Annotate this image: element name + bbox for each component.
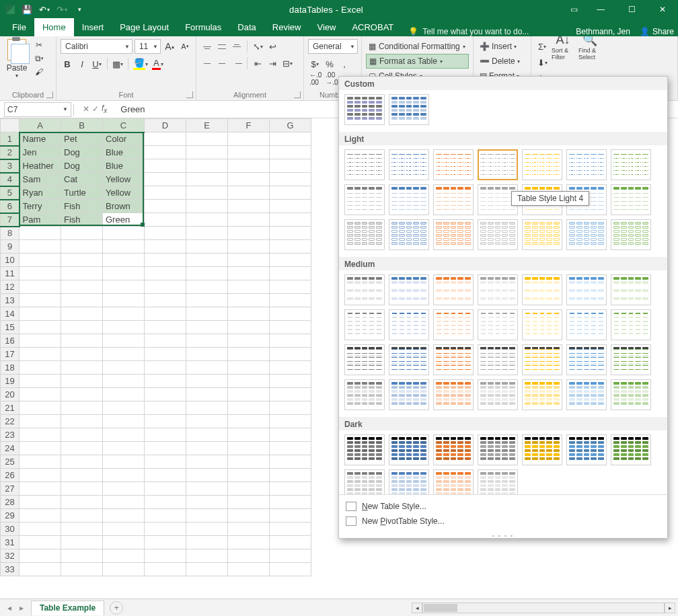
row-header-21[interactable]: 21: [1, 401, 20, 415]
col-header-F[interactable]: F: [228, 119, 270, 132]
cell-B2[interactable]: Dog: [61, 146, 103, 159]
format-as-table-button[interactable]: ▦Format as Table▾: [366, 54, 469, 69]
cell-A9[interactable]: [20, 240, 61, 254]
col-header-D[interactable]: D: [145, 119, 186, 132]
table-style-swatch[interactable]: [611, 379, 651, 410]
cell-G29[interactable]: [270, 509, 311, 523]
table-style-swatch[interactable]: [522, 434, 562, 465]
font-color-button[interactable]: A▾: [151, 56, 165, 71]
cell-A24[interactable]: [20, 442, 61, 455]
col-header-C[interactable]: C: [103, 119, 145, 132]
cell-F21[interactable]: [228, 401, 270, 415]
cell-D5[interactable]: [145, 186, 186, 200]
cell-F24[interactable]: [228, 442, 270, 455]
table-style-swatch[interactable]: [478, 274, 518, 305]
cell-C31[interactable]: [103, 536, 145, 549]
table-style-swatch[interactable]: [522, 149, 562, 180]
cell-F6[interactable]: [228, 200, 270, 213]
cut-button[interactable]: ✂: [32, 39, 46, 51]
conditional-formatting-button[interactable]: ▦Conditional Formatting▾: [366, 39, 469, 54]
table-style-swatch[interactable]: [344, 344, 385, 375]
redo-button[interactable]: ↷▾: [54, 2, 70, 17]
cell-B31[interactable]: [61, 536, 103, 549]
cell-C11[interactable]: [103, 267, 145, 280]
cell-D9[interactable]: [145, 240, 186, 254]
cell-E1[interactable]: [186, 132, 228, 146]
borders-button[interactable]: ▦▾: [111, 56, 124, 71]
row-header-11[interactable]: 11: [1, 267, 20, 280]
table-style-swatch[interactable]: [389, 434, 429, 465]
cell-B20[interactable]: [61, 388, 103, 401]
table-style-swatch[interactable]: [433, 469, 474, 494]
cell-F32[interactable]: [228, 549, 270, 563]
row-header-9[interactable]: 9: [1, 240, 20, 254]
cell-G18[interactable]: [270, 361, 311, 375]
table-style-swatch[interactable]: [566, 274, 607, 305]
cell-A26[interactable]: [20, 469, 61, 482]
cell-F28[interactable]: [228, 496, 270, 509]
col-header-A[interactable]: A: [20, 119, 61, 132]
enter-formula-button[interactable]: ✓: [92, 104, 99, 114]
row-header-32[interactable]: 32: [1, 549, 20, 563]
table-style-swatch[interactable]: [611, 149, 651, 180]
cell-B16[interactable]: [61, 334, 103, 348]
cell-D32[interactable]: [145, 549, 186, 563]
cell-A33[interactable]: [20, 563, 61, 576]
cell-C7[interactable]: Green: [103, 213, 145, 227]
table-style-swatch[interactable]: [478, 219, 518, 250]
fill-button[interactable]: ⬇▾: [535, 55, 549, 70]
cell-C5[interactable]: Yellow: [103, 186, 145, 200]
tab-home[interactable]: Home: [34, 18, 74, 36]
save-button[interactable]: 💾: [19, 2, 35, 17]
bold-button[interactable]: B: [61, 56, 74, 71]
cell-B33[interactable]: [61, 563, 103, 576]
cell-C28[interactable]: [103, 496, 145, 509]
cell-A32[interactable]: [20, 549, 61, 563]
table-style-swatch[interactable]: [433, 219, 474, 250]
cell-C32[interactable]: [103, 549, 145, 563]
cell-E22[interactable]: [186, 415, 228, 428]
cell-G32[interactable]: [270, 549, 311, 563]
table-style-swatch[interactable]: [478, 344, 518, 375]
align-right-button[interactable]: [230, 58, 243, 69]
cell-E13[interactable]: [186, 294, 228, 307]
cell-E3[interactable]: [186, 159, 228, 173]
row-header-17[interactable]: 17: [1, 348, 20, 361]
cell-A11[interactable]: [20, 267, 61, 280]
clipboard-launcher[interactable]: [46, 91, 53, 98]
cell-F18[interactable]: [228, 361, 270, 375]
cell-C27[interactable]: [103, 482, 145, 496]
cell-D16[interactable]: [145, 334, 186, 348]
cell-E7[interactable]: [186, 213, 228, 227]
cell-A13[interactable]: [20, 294, 61, 307]
cell-C25[interactable]: [103, 455, 145, 469]
cell-D28[interactable]: [145, 496, 186, 509]
table-style-swatch[interactable]: [566, 149, 607, 180]
cell-G9[interactable]: [270, 240, 311, 254]
cell-B10[interactable]: [61, 254, 103, 267]
cell-E28[interactable]: [186, 496, 228, 509]
cell-F20[interactable]: [228, 388, 270, 401]
row-header-20[interactable]: 20: [1, 388, 20, 401]
cell-C1[interactable]: Color: [103, 132, 145, 146]
row-header-27[interactable]: 27: [1, 482, 20, 496]
cell-D20[interactable]: [145, 388, 186, 401]
table-style-swatch[interactable]: [389, 219, 429, 250]
shrink-font-button[interactable]: A▾: [178, 39, 192, 54]
increase-indent-button[interactable]: ⇥: [266, 56, 279, 71]
cell-G33[interactable]: [270, 563, 311, 576]
cell-A21[interactable]: [20, 401, 61, 415]
cell-F25[interactable]: [228, 455, 270, 469]
cell-C10[interactable]: [103, 254, 145, 267]
cell-C16[interactable]: [103, 334, 145, 348]
cell-A10[interactable]: [20, 254, 61, 267]
maximize-button[interactable]: ☐: [616, 0, 647, 19]
new-sheet-button[interactable]: +: [110, 601, 123, 615]
cell-B17[interactable]: [61, 348, 103, 361]
cell-B21[interactable]: [61, 401, 103, 415]
table-style-swatch[interactable]: [344, 379, 385, 410]
share-button[interactable]: 👤 Share: [640, 27, 674, 36]
cell-A19[interactable]: [20, 375, 61, 388]
cell-D1[interactable]: [145, 132, 186, 146]
increase-decimal-button[interactable]: ←.0.00: [308, 71, 323, 86]
